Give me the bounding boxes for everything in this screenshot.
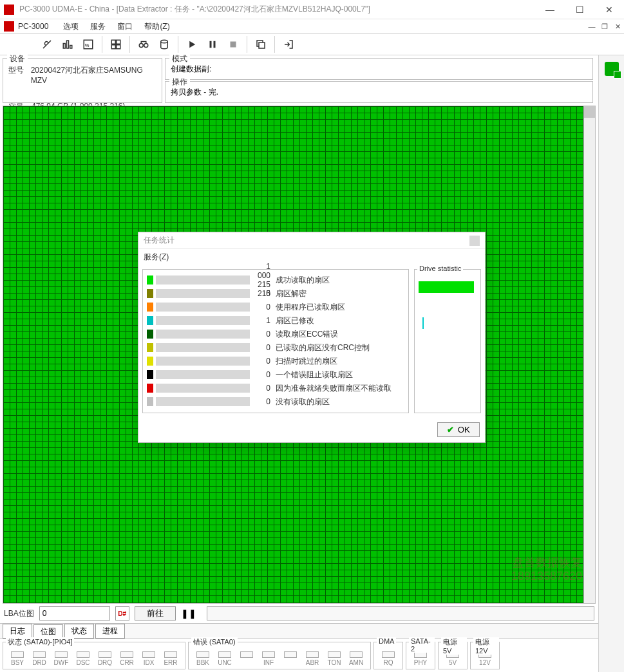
dialog-titlebar[interactable]: 任务统计 — [138, 232, 485, 249]
stat-label: 扇区解密 — [270, 288, 404, 299]
svg-rect-5 — [111, 40, 115, 44]
stat-count: 0 — [252, 397, 270, 406]
svg-rect-7 — [111, 45, 115, 49]
stat-row: 0已读取的扇区没有CRC控制 — [147, 341, 404, 354]
stop-button[interactable] — [223, 35, 243, 54]
status-group-5: 电源 5V5V — [438, 642, 468, 669]
stat-color-swatch — [147, 397, 153, 406]
operation-group: 操作 拷贝参数 - 完. — [165, 81, 593, 103]
mdi-minimize-button[interactable]: — — [587, 21, 597, 32]
stat-label: 扫描时跳过的扇区 — [270, 356, 404, 367]
lba-pause-button[interactable]: ❚❚ — [181, 606, 195, 621]
status-led: BSY — [7, 651, 28, 666]
status-led: ERR — [160, 651, 181, 666]
tab-status[interactable]: 状态 — [64, 624, 94, 639]
status-legend-4: SATA-2 — [409, 637, 435, 653]
device-group: 设备 型号20200427河北石家庄SAMSUNG MZV 容量476.94 G… — [3, 58, 162, 103]
stat-color-swatch — [147, 357, 153, 366]
dialog-menu-service[interactable]: 服务(Z) — [138, 249, 485, 265]
minimize-button[interactable]: — — [535, 0, 565, 19]
led-label: DSC — [76, 659, 90, 666]
menu-window[interactable]: 窗口 — [111, 20, 138, 33]
svg-text:%: % — [85, 42, 90, 48]
stat-label: 使用程序已读取扇区 — [270, 302, 404, 313]
window-title: PC-3000 UDMA-E - China - [Data Extractor… — [18, 4, 535, 15]
mdi-restore-button[interactable]: ❐ — [600, 21, 610, 32]
lba-input[interactable] — [39, 606, 110, 621]
status-led: INF — [258, 651, 279, 666]
stat-label: 已读取的扇区没有CRC控制 — [270, 342, 404, 353]
status-led: UNC — [214, 651, 235, 666]
stat-count: 0 — [252, 289, 270, 298]
stat-bar — [156, 289, 250, 298]
status-led: DRD — [29, 651, 50, 666]
binoculars-icon[interactable] — [134, 35, 153, 54]
stat-bar — [156, 316, 250, 325]
svg-rect-16 — [259, 42, 265, 48]
led-light — [142, 651, 155, 658]
led-label: ERR — [164, 659, 177, 666]
led-label: AMN — [349, 659, 363, 666]
menu-service[interactable]: 服务 — [84, 20, 111, 33]
stat-color-swatch — [147, 343, 153, 352]
led-light — [382, 651, 395, 658]
lba-label: LBA位图 — [4, 608, 34, 619]
play-button[interactable] — [182, 35, 202, 54]
drive-statistic-mark — [422, 317, 424, 329]
pause-button[interactable] — [203, 35, 222, 54]
led-label: DRD — [32, 659, 46, 666]
chart-icon[interactable] — [58, 35, 77, 54]
watermark-line1: 盘首数据恢复 — [511, 556, 582, 570]
svg-point-10 — [144, 44, 148, 48]
drive-statistic-bar — [419, 281, 474, 293]
database-side-icon[interactable] — [605, 62, 619, 76]
close-button[interactable]: ✕ — [594, 0, 624, 19]
percent-icon[interactable]: % — [79, 35, 98, 54]
stat-row: 0读取扇区ECC错误 — [147, 328, 404, 341]
led-label: ABR — [306, 659, 319, 666]
maximize-button[interactable]: ☐ — [565, 0, 594, 19]
tab-process[interactable]: 进程 — [95, 624, 125, 639]
svg-rect-12 — [210, 41, 212, 48]
svg-point-11 — [161, 40, 168, 43]
map-button[interactable] — [106, 35, 126, 54]
led-light — [164, 651, 177, 658]
stat-count: 0 — [252, 330, 270, 339]
model-label: 型号 — [8, 65, 31, 85]
status-led: DSC — [73, 651, 93, 666]
tab-log[interactable]: 日志 — [3, 624, 32, 639]
drive-statistic-legend: Drive statistic — [417, 265, 463, 272]
lba-unit-button[interactable]: D# — [115, 606, 129, 621]
menu-help[interactable]: 帮助(Z) — [138, 20, 175, 33]
status-led: AMN — [346, 651, 366, 666]
menu-options[interactable]: 选项 — [57, 20, 84, 33]
svg-rect-1 — [67, 41, 69, 48]
status-legend-5: 电源 5V — [441, 637, 467, 655]
stat-bar — [156, 384, 250, 393]
exit-icon[interactable] — [279, 35, 298, 54]
led-light — [284, 651, 297, 658]
mdi-close-button[interactable]: ✕ — [612, 21, 623, 32]
stat-row: 1扇区已修改 — [147, 314, 404, 327]
status-legend-2: 错误 (SATA0) — [191, 637, 238, 647]
lba-slider[interactable] — [207, 606, 594, 621]
led-light — [11, 651, 24, 658]
stat-label: 一个错误阻止读取扇区 — [270, 369, 404, 380]
drive-statistic-box: Drive statistic — [414, 269, 481, 413]
map-scrollbar[interactable] — [583, 106, 595, 603]
tools-icon[interactable] — [37, 35, 57, 54]
statistics-list: 1 000 215 215成功读取的扇区0扇区解密0使用程序已读取扇区1扇区已修… — [142, 269, 409, 413]
copy-button[interactable] — [251, 35, 270, 54]
status-group-3: DMARQ — [373, 642, 403, 669]
stat-color-swatch — [147, 303, 153, 312]
led-label: UNC — [218, 659, 232, 666]
mode-text: 创建数据副: — [171, 64, 211, 73]
led-light — [77, 651, 90, 658]
stat-row: 1 000 215 215成功读取的扇区 — [147, 274, 404, 286]
ok-button[interactable]: ✔OK — [437, 422, 480, 437]
status-led — [280, 651, 301, 666]
database-icon[interactable] — [155, 35, 174, 54]
goto-button[interactable]: 前往 — [135, 606, 176, 621]
status-led: ABR — [302, 651, 323, 666]
stat-bar — [156, 370, 250, 379]
